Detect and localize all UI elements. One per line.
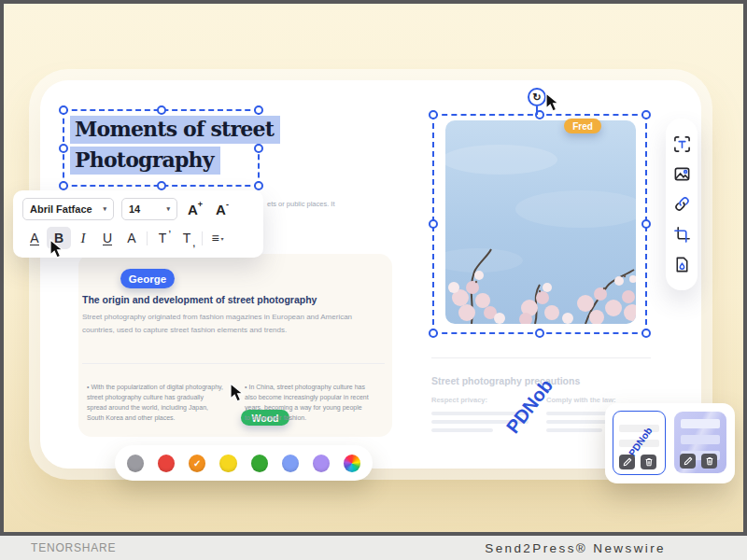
title-line-1[interactable]: Moments of street [70, 116, 280, 144]
font-size-value: 14 [129, 203, 140, 215]
color-swatch-green[interactable] [251, 455, 268, 472]
add-text-tool-button[interactable] [671, 133, 692, 154]
align-button[interactable]: ≡▾ [205, 227, 230, 249]
text-placeholder-bar [681, 435, 720, 444]
selection-handle[interactable] [157, 105, 166, 115]
selection-handle[interactable] [429, 219, 438, 229]
color-swatch-rainbow[interactable] [344, 455, 360, 472]
bullet-item[interactable]: •In China, street photography culture ha… [245, 382, 369, 423]
watermark-template-card-lines[interactable] [674, 412, 726, 473]
text-placeholder-bar [681, 419, 720, 428]
title-line-2[interactable]: Photography [70, 147, 220, 175]
selection-handle[interactable] [429, 329, 438, 338]
italic-button[interactable]: I [71, 227, 95, 249]
decrease-font-button[interactable]: A- [213, 202, 232, 217]
toolbar-divider [202, 231, 203, 245]
superscript-button[interactable]: Tʼ [150, 227, 175, 249]
delete-watermark-button[interactable] [701, 454, 717, 469]
tenorshare-brand: TENORSHARE [31, 541, 116, 554]
chevron-down-icon: ▾ [166, 205, 170, 213]
delete-watermark-button[interactable] [641, 455, 656, 469]
bullet-item[interactable]: •With the popularization of digital phot… [87, 382, 224, 423]
selection-handle[interactable] [254, 181, 263, 190]
font-family-select[interactable]: Abril Fatface ▾ [22, 198, 114, 220]
rotate-icon: ↻ [532, 91, 541, 104]
watermark-template-card-pdnob[interactable]: PDNob [613, 411, 666, 475]
selection-handle[interactable] [429, 110, 438, 119]
add-link-tool-button[interactable] [671, 194, 692, 215]
screenshot: Moments of street Photography ets or pub… [0, 0, 747, 560]
selection-handle[interactable] [157, 181, 166, 190]
send2press-brand: Send2Press® Newswire [485, 541, 666, 555]
selection-handle[interactable] [59, 144, 68, 153]
chevron-down-icon: ▾ [103, 205, 106, 213]
link-icon [673, 195, 691, 213]
selection-handle[interactable] [641, 110, 651, 119]
color-swatch-yellow[interactable] [219, 455, 236, 472]
section-heading[interactable]: The origin and development of street pho… [82, 294, 317, 305]
font-family-value: Abril Fatface [30, 203, 92, 215]
editor-frame: Moments of street Photography ets or pub… [0, 0, 747, 536]
font-size-select[interactable]: 14 ▾ [121, 198, 177, 220]
subscript-button[interactable]: T, [175, 227, 199, 249]
chevron-down-icon: ▾ [221, 235, 224, 242]
add-image-tool-button[interactable] [671, 164, 692, 185]
rotate-handle[interactable]: ↻ [528, 88, 546, 106]
image-icon [673, 165, 691, 183]
selection-handle[interactable] [535, 329, 544, 338]
color-swatch-orange[interactable]: ✓ [189, 455, 205, 472]
mouse-cursor [229, 383, 247, 403]
image-selection-box[interactable] [432, 114, 647, 334]
selection-handle[interactable] [641, 219, 651, 229]
crop-tool-button[interactable] [671, 224, 692, 245]
check-icon: ✓ [193, 458, 201, 469]
subheading-faded[interactable]: Respect privacy: [431, 396, 487, 404]
color-swatch-blue[interactable] [282, 455, 299, 472]
selection-handle[interactable] [59, 181, 68, 190]
rotate-handle-stem [536, 106, 538, 115]
faded-text-line [546, 428, 602, 432]
color-swatch-purple[interactable] [313, 455, 330, 472]
pencil-icon [623, 457, 632, 467]
selection-handle[interactable] [641, 329, 651, 338]
color-palette: ✓ [115, 445, 373, 481]
crop-icon [673, 226, 691, 244]
collaborator-label-george: George [120, 269, 175, 288]
image-caption-bar: TENORSHARE Send2Press® Newswire [0, 536, 747, 560]
subheading-faded[interactable]: Comply with the law: [546, 396, 616, 404]
collaborator-label-fred: Fred [564, 119, 601, 133]
mouse-cursor [544, 92, 563, 113]
title-selection-box[interactable]: Moments of street Photography [63, 109, 260, 187]
divider [82, 363, 385, 364]
side-toolbar [666, 119, 698, 290]
color-swatch-gray[interactable] [127, 455, 144, 472]
text-style-button[interactable]: A [120, 227, 144, 249]
faded-text-line [431, 428, 493, 432]
divider [431, 357, 651, 358]
edit-watermark-button[interactable] [619, 455, 635, 469]
color-swatch-red[interactable] [158, 455, 175, 472]
edit-watermark-button[interactable] [680, 454, 696, 469]
text-color-button[interactable]: A [22, 227, 47, 249]
text-field-icon [673, 135, 691, 153]
trash-icon [705, 456, 714, 466]
underline-button[interactable]: U [95, 227, 120, 249]
selection-handle[interactable] [59, 105, 68, 115]
mouse-cursor [49, 239, 67, 259]
trash-icon [644, 457, 654, 467]
paragraph-fragment[interactable]: ets or public places. It [267, 200, 335, 208]
watermark-tool-button[interactable] [671, 255, 692, 275]
toolbar-divider [147, 231, 148, 245]
document-title[interactable]: Moments of street Photography [70, 116, 280, 177]
watermark-templates-panel: PDNob [605, 403, 735, 483]
section-body[interactable]: Street photography originated from fashi… [82, 311, 355, 337]
increase-font-button[interactable]: A+ [185, 202, 205, 217]
pencil-icon [684, 456, 693, 466]
section-heading-faded[interactable]: Street photography precautions [431, 375, 580, 386]
watermark-icon [673, 256, 691, 273]
selection-handle[interactable] [254, 105, 263, 115]
